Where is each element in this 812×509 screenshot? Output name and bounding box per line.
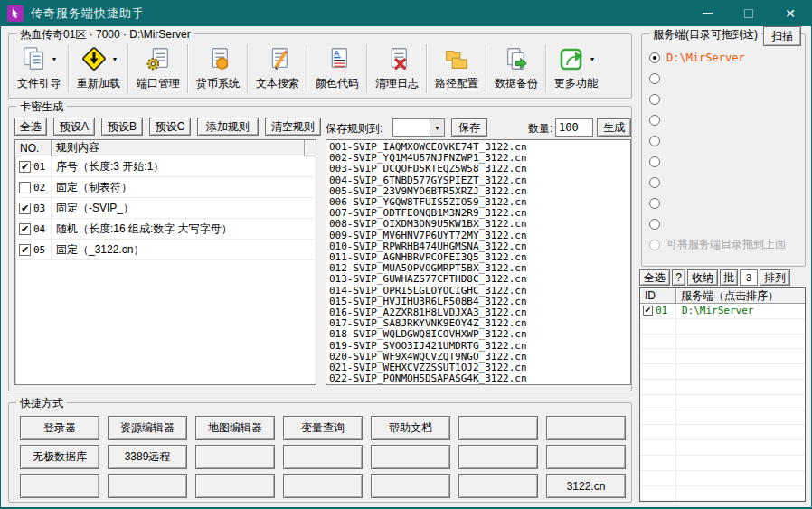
- quantity-input[interactable]: 100: [555, 118, 593, 137]
- close-button[interactable]: ✕: [770, 1, 811, 26]
- rules-col-no[interactable]: NO.: [15, 140, 52, 156]
- shortcut-button-2-2[interactable]: 3389远程: [108, 445, 187, 469]
- radio-icon[interactable]: [649, 115, 660, 126]
- select-all-rules-button[interactable]: 全选: [14, 118, 47, 136]
- shortcut-button-2-1[interactable]: 无极数据库: [20, 445, 99, 469]
- shortcut-button-empty[interactable]: [283, 445, 363, 469]
- shortcut-button-empty[interactable]: [546, 445, 626, 469]
- generated-code-item[interactable]: 003-SVIP_DCQOFD5KTEQZ5W58_3122.cn: [329, 164, 628, 174]
- rule-checkbox[interactable]: ✔: [19, 223, 31, 235]
- scan-button[interactable]: 扫描: [763, 26, 801, 46]
- rules-col-content[interactable]: 规则内容: [52, 140, 305, 156]
- server-slot-4[interactable]: [649, 109, 801, 130]
- batch-count-input[interactable]: 3: [740, 269, 758, 286]
- toolbar-button-text-search[interactable]: 文本搜索: [251, 42, 304, 96]
- rule-checkbox[interactable]: ✔: [19, 244, 31, 256]
- generated-code-item[interactable]: 014-SVIP_OPRI5LGLOYOCIGHC_3122.cn: [329, 286, 628, 297]
- shortcut-button-empty[interactable]: [458, 416, 538, 440]
- radio-icon[interactable]: [649, 94, 660, 105]
- toolbar-button-path-config[interactable]: 路径配置: [430, 42, 483, 96]
- radio-icon[interactable]: [649, 219, 660, 230]
- generated-code-item[interactable]: 022-SVIP_PONMOH5DSAPASG4K_3122.cn: [329, 373, 628, 384]
- shortcut-button-empty[interactable]: [546, 416, 626, 440]
- shortcut-button-1-2[interactable]: 资源编辑器: [108, 416, 187, 440]
- save-button[interactable]: 保存: [451, 118, 487, 137]
- toolbar-button-port-manage[interactable]: 端口管理: [132, 42, 184, 96]
- help-button[interactable]: ?: [672, 269, 685, 286]
- shortcut-button-1-4[interactable]: 变量查询: [283, 416, 363, 440]
- rule-row[interactable]: ✔04随机（长度:16 组成:数字 大写字母）: [15, 219, 316, 240]
- clear-rules-button[interactable]: 清空规则: [265, 118, 321, 136]
- shortcut-button-empty[interactable]: [458, 445, 538, 469]
- select-all-servers-button[interactable]: 全选: [639, 269, 670, 286]
- radio-icon[interactable]: [649, 73, 660, 84]
- rule-checkbox[interactable]: ✔: [19, 161, 31, 173]
- toolbar-button-more-functions[interactable]: ▼更多功能: [550, 42, 602, 96]
- shortcut-button-empty[interactable]: [195, 474, 275, 498]
- toolbar-button-reload[interactable]: ▼重新加载: [72, 42, 125, 96]
- toolbar-button-clean-log[interactable]: 清理日志: [371, 42, 423, 96]
- dropdown-arrow-icon[interactable]: ▼: [590, 56, 596, 62]
- radio-icon[interactable]: [649, 240, 660, 250]
- server-slot-2[interactable]: [649, 68, 801, 89]
- arrange-button[interactable]: 排列: [760, 269, 790, 286]
- toolbar-button-data-backup[interactable]: 数据备份: [490, 42, 543, 96]
- radio-icon[interactable]: [649, 136, 660, 146]
- server-slot-9[interactable]: [649, 213, 801, 234]
- preset-c-button[interactable]: 预设C: [149, 118, 191, 136]
- generated-code-item[interactable]: 004-SVIP_6TNBD577GYSPIEZT_3122.cn: [329, 175, 628, 186]
- shortcut-button-empty[interactable]: [283, 474, 363, 498]
- toolbar-button-file-guide[interactable]: ▼文件引导: [13, 42, 65, 96]
- server-slot-1[interactable]: D:\MirServer: [649, 47, 801, 68]
- shortcut-button-empty[interactable]: [20, 474, 99, 498]
- preset-b-button[interactable]: 预设B: [101, 118, 143, 136]
- server-row[interactable]: ✔01D:\MirServer: [640, 304, 805, 319]
- generated-code-item[interactable]: 008-SVIP_OIXDM3ON9U5KW1BX_3122.cn: [329, 219, 628, 230]
- rule-checkbox[interactable]: [19, 182, 31, 193]
- rule-row[interactable]: ✔01序号（长度:3 开始:1）: [15, 156, 316, 177]
- toolbar-button-color-code[interactable]: A颜色代码: [311, 42, 364, 96]
- toolbar-button-currency[interactable]: 货币系统: [192, 42, 244, 96]
- radio-icon[interactable]: [649, 198, 660, 209]
- preset-a-button[interactable]: 预设A: [53, 118, 95, 136]
- server-slot-7[interactable]: [649, 172, 801, 193]
- generated-code-item[interactable]: 018-SVIP_WQLDGWQ8ICOVHXWP_3122.cn: [329, 329, 628, 340]
- generate-button[interactable]: 生成: [597, 118, 631, 137]
- server-col-path[interactable]: 服务端（点击排序）: [676, 288, 805, 304]
- shortcut-button-empty[interactable]: [371, 474, 450, 498]
- radio-icon[interactable]: [649, 52, 660, 63]
- server-slot-10[interactable]: 可将服务端目录拖到上面: [649, 234, 801, 255]
- server-checkbox[interactable]: ✔: [643, 306, 653, 316]
- add-rule-button[interactable]: 添加规则: [197, 118, 259, 136]
- collect-button[interactable]: 收纳: [687, 269, 718, 286]
- batch-button[interactable]: 批: [720, 269, 738, 286]
- shortcut-button-empty[interactable]: [458, 474, 538, 498]
- generated-codes-list[interactable]: 001-SVIP_IAQMXOWCEOVKE74T_3122.cn002-SVI…: [326, 139, 631, 385]
- generated-code-item[interactable]: 009-SVIP_MV6HNV7P6UYT72MY_3122.cn: [329, 231, 628, 241]
- shortcut-button-1-3[interactable]: 地图编辑器: [195, 416, 275, 440]
- shortcut-button-3-7[interactable]: 3122.cn: [546, 474, 626, 498]
- maximize-button[interactable]: [728, 1, 770, 26]
- server-slot-8[interactable]: [649, 193, 801, 213]
- combobox-arrow-icon[interactable]: ▼: [430, 119, 444, 136]
- radio-icon[interactable]: [649, 177, 660, 188]
- rule-row[interactable]: ✔05固定（_3122.cn）: [15, 240, 316, 260]
- minimize-button[interactable]: [686, 1, 728, 26]
- radio-icon[interactable]: [649, 156, 660, 167]
- shortcut-button-empty[interactable]: [371, 445, 450, 469]
- shortcut-button-empty[interactable]: [108, 474, 187, 498]
- server-col-id[interactable]: ID: [640, 288, 676, 304]
- rule-row[interactable]: ✔03固定（-SVIP_）: [15, 198, 316, 219]
- generated-code-item[interactable]: 013-SVIP_GUWHAZS77CPTHD8C_3122.cn: [329, 274, 628, 285]
- rule-checkbox[interactable]: ✔: [19, 203, 31, 214]
- server-slot-6[interactable]: [649, 151, 801, 172]
- dropdown-arrow-icon[interactable]: ▼: [52, 56, 58, 62]
- server-slot-3[interactable]: [649, 89, 801, 109]
- rule-row[interactable]: 02固定（制表符）: [15, 177, 316, 198]
- server-slot-5[interactable]: [649, 130, 801, 151]
- shortcut-button-1-1[interactable]: 登录器: [20, 416, 99, 440]
- dropdown-arrow-icon[interactable]: ▼: [112, 56, 118, 62]
- shortcut-button-empty[interactable]: [195, 445, 275, 469]
- save-target-combobox[interactable]: ▼: [392, 118, 445, 137]
- shortcut-button-1-5[interactable]: 帮助文档: [371, 416, 450, 440]
